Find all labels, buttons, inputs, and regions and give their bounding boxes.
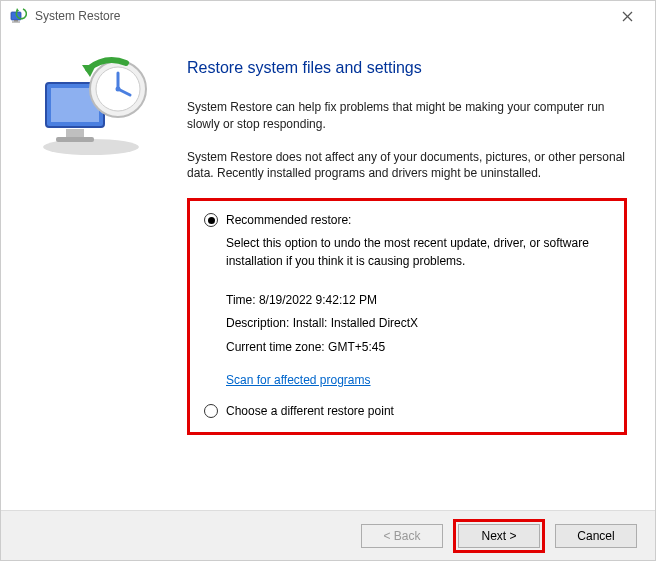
content-pane: Restore system files and settings System…: [181, 31, 655, 510]
time-label: Time:: [226, 293, 259, 307]
dialog-body: Restore system files and settings System…: [1, 31, 655, 510]
window-title: System Restore: [35, 9, 607, 23]
different-restore-label: Choose a different restore point: [226, 404, 394, 418]
svg-rect-2: [12, 22, 20, 23]
timezone-value: GMT+5:45: [328, 340, 385, 354]
intro-text-2: System Restore does not affect any of yo…: [187, 149, 627, 183]
svg-rect-9: [66, 129, 84, 137]
svg-marker-3: [16, 8, 19, 11]
timezone-label: Current time zone:: [226, 340, 328, 354]
description-label: Description:: [226, 316, 293, 330]
svg-rect-1: [14, 20, 18, 22]
svg-rect-10: [56, 137, 94, 142]
cancel-button[interactable]: Cancel: [555, 524, 637, 548]
recommended-restore-option[interactable]: Recommended restore:: [204, 213, 610, 227]
titlebar: System Restore: [1, 1, 655, 31]
restore-timezone: Current time zone: GMT+5:45: [226, 339, 610, 356]
recommended-details: Select this option to undo the most rece…: [226, 235, 610, 389]
restore-graphic-icon: [26, 49, 156, 159]
svg-point-15: [116, 87, 121, 92]
system-restore-icon: [9, 7, 27, 25]
recommended-description: Select this option to undo the most rece…: [226, 235, 610, 270]
recommended-restore-label: Recommended restore:: [226, 213, 351, 227]
different-restore-option[interactable]: Choose a different restore point: [204, 404, 610, 418]
radio-selected-icon: [204, 213, 218, 227]
dialog-footer: < Back Next > Cancel: [1, 510, 655, 560]
page-heading: Restore system files and settings: [187, 59, 627, 77]
restore-time: Time: 8/19/2022 9:42:12 PM: [226, 292, 610, 309]
radio-unselected-icon: [204, 404, 218, 418]
description-value: Install: Installed DirectX: [293, 316, 418, 330]
next-button-highlight: Next >: [453, 519, 545, 553]
restore-description: Description: Install: Installed DirectX: [226, 315, 610, 332]
intro-text-1: System Restore can help fix problems tha…: [187, 99, 627, 133]
time-value: 8/19/2022 9:42:12 PM: [259, 293, 377, 307]
scan-affected-programs-link[interactable]: Scan for affected programs: [226, 372, 371, 389]
sidebar-graphic: [1, 31, 181, 510]
close-button[interactable]: [607, 4, 647, 28]
close-icon: [622, 11, 633, 22]
back-button: < Back: [361, 524, 443, 548]
system-restore-window: System Restore: [0, 0, 656, 561]
restore-options-box: Recommended restore: Select this option …: [187, 198, 627, 434]
next-button[interactable]: Next >: [458, 524, 540, 548]
